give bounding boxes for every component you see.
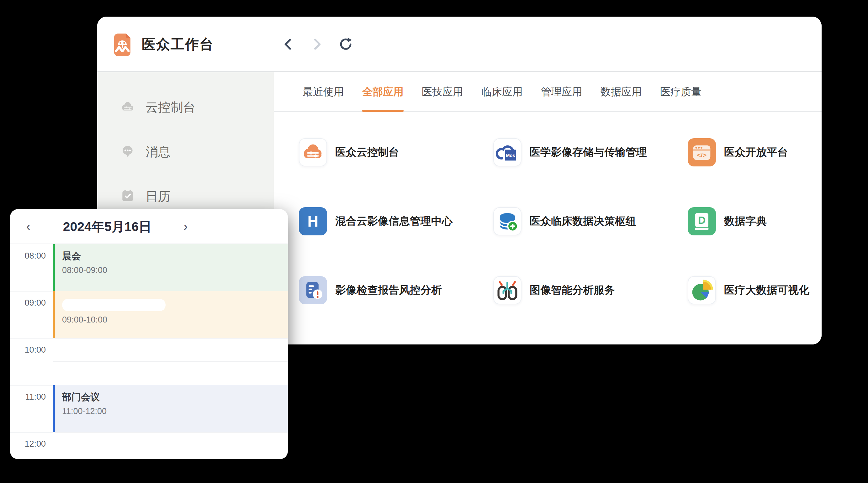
tabs-bar: 最近使用全部应用医技应用临床应用管理应用数据应用医疗质量 <box>274 72 822 112</box>
time-label: 11:00 <box>10 392 46 402</box>
tab-recent[interactable]: 最近使用 <box>303 72 344 111</box>
app-name: 医疗大数据可视化 <box>724 283 809 297</box>
code-window-icon: </> <box>688 138 716 166</box>
app-name: 医众临床数据决策枢纽 <box>530 214 636 228</box>
event-accent-bar <box>53 244 55 291</box>
report-alert-icon <box>299 276 327 304</box>
tab-data[interactable]: 数据应用 <box>600 72 642 111</box>
svg-text:</>: </> <box>697 151 707 159</box>
event-title: 晨会 <box>62 251 288 262</box>
sidebar-item-label: 云控制台 <box>146 99 196 116</box>
cloud-settings-icon <box>120 99 135 116</box>
sidebar-item-label: 消息 <box>146 143 170 160</box>
app-name: 图像智能分析服务 <box>530 283 615 297</box>
app-name: 医众开放平台 <box>724 145 788 160</box>
tab-medtech[interactable]: 医技应用 <box>422 72 463 111</box>
time-label: 12:00 <box>10 439 46 449</box>
sidebar-item-cloud-console[interactable]: 云控制台 <box>120 99 274 115</box>
event-time: 08:00-09:00 <box>62 265 288 275</box>
event-accent-bar <box>53 385 55 432</box>
app-tile-data-dictionary[interactable]: D数据字典 <box>688 207 809 235</box>
app-tile-image-ai[interactable]: 图像智能分析服务 <box>493 276 688 304</box>
app-name: 混合云影像信息管理中心 <box>335 214 453 228</box>
calendar-event[interactable]: 09:00-10:00 <box>53 291 288 338</box>
event-time: 11:00-12:00 <box>62 407 288 416</box>
app-grid: 医众云控制台Mos医学影像存储与传输管理</>医众开放平台H混合云影像信息管理中… <box>299 138 809 345</box>
nav-back-button[interactable] <box>281 37 296 52</box>
window-nav <box>281 17 353 72</box>
time-label: 09:00 <box>10 298 46 308</box>
cloud-mos-icon: Mos <box>493 138 522 166</box>
time-label: 10:00 <box>10 345 46 355</box>
sidebar-item-label: 日历 <box>146 188 170 205</box>
app-tile-clinical-hub[interactable]: 医众临床数据决策枢纽 <box>493 207 688 235</box>
app-tile-pacs[interactable]: Mos医学影像存储与传输管理 <box>493 138 688 166</box>
dictionary-icon: D <box>688 207 716 235</box>
tab-quality[interactable]: 医疗质量 <box>660 72 702 111</box>
sidebar-item-calendar[interactable]: 日历 <box>120 188 274 204</box>
half-hour-gridline <box>53 361 288 362</box>
tab-clinical[interactable]: 临床应用 <box>482 72 523 111</box>
database-plus-icon <box>493 207 522 235</box>
svg-text:H: H <box>308 213 319 230</box>
nav-refresh-button[interactable] <box>338 37 353 52</box>
calendar-day-view: 08:0009:0010:0011:0012:00晨会08:00-09:0009… <box>10 244 288 458</box>
lungs-icon <box>493 276 522 304</box>
svg-text:D: D <box>698 215 706 226</box>
app-tile-open-platform[interactable]: </>医众开放平台 <box>688 138 809 166</box>
app-tile-report-risk[interactable]: 影像检查报告风控分析 <box>299 276 493 304</box>
event-title: 部门会议 <box>62 391 288 403</box>
svg-text:Mos: Mos <box>506 153 515 158</box>
sidebar-item-messages[interactable]: 消息 <box>120 144 274 160</box>
event-title-redacted <box>62 299 165 311</box>
calendar-check-icon <box>120 188 135 205</box>
calendar-event[interactable]: 晨会08:00-09:00 <box>53 244 288 291</box>
letter-h-icon: H <box>299 207 327 235</box>
app-name: 医学影像存储与传输管理 <box>530 145 647 160</box>
calendar-prev-button[interactable]: ‹ <box>19 209 38 244</box>
calendar-header: ‹ 2024年5月16日 › <box>10 209 288 244</box>
app-tile-cloud-console-app[interactable]: 医众云控制台 <box>299 138 493 166</box>
event-time: 09:00-10:00 <box>62 315 288 325</box>
app-name: 数据字典 <box>724 214 767 228</box>
calendar-date-label: 2024年5月16日 <box>44 209 170 244</box>
event-accent-bar <box>53 291 55 338</box>
tab-management[interactable]: 管理应用 <box>541 72 582 111</box>
tab-all[interactable]: 全部应用 <box>362 72 404 111</box>
content-area: 最近使用全部应用医技应用临床应用管理应用数据应用医疗质量 医众云控制台Mos医学… <box>274 72 822 345</box>
app-tile-hybrid-center[interactable]: H混合云影像信息管理中心 <box>299 207 493 235</box>
app-tile-bigdata-viz[interactable]: 医疗大数据可视化 <box>688 276 809 304</box>
app-logo-icon <box>112 32 132 57</box>
desktop-background: 医众工作台 云控制台消息日历 最近使用全部应用医技应用临床应用管理应用数据应用医… <box>0 0 868 483</box>
window-header: 医众工作台 <box>97 17 822 72</box>
calendar-panel: ‹ 2024年5月16日 › 08:0009:0010:0011:0012:00… <box>10 209 288 459</box>
time-label: 08:00 <box>10 251 46 261</box>
app-name: 医众云控制台 <box>335 145 399 160</box>
pie-chart-icon <box>688 276 716 304</box>
calendar-next-button[interactable]: › <box>176 209 195 244</box>
message-icon <box>120 143 135 160</box>
calendar-event[interactable]: 部门会议11:00-12:00 <box>53 385 288 432</box>
nav-forward-button[interactable] <box>310 37 324 52</box>
cloud-sliders-icon <box>299 138 327 166</box>
app-title: 医众工作台 <box>142 17 214 72</box>
app-name: 影像检查报告风控分析 <box>335 283 442 297</box>
